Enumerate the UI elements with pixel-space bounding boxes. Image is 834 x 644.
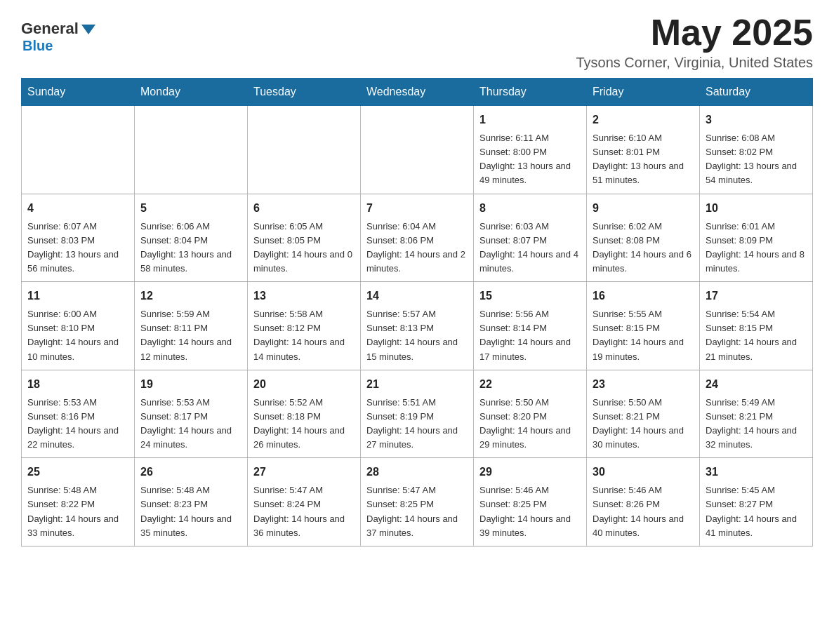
calendar-day-cell xyxy=(361,106,474,194)
calendar-day-cell: 13Sunrise: 5:58 AM Sunset: 8:12 PM Dayli… xyxy=(248,282,361,370)
day-number: 25 xyxy=(27,464,128,481)
calendar-day-cell: 14Sunrise: 5:57 AM Sunset: 8:13 PM Dayli… xyxy=(361,282,474,370)
day-info: Sunrise: 5:54 AM Sunset: 8:15 PM Dayligh… xyxy=(706,307,807,364)
day-number: 14 xyxy=(366,288,468,304)
calendar-day-cell: 25Sunrise: 5:48 AM Sunset: 8:22 PM Dayli… xyxy=(22,458,135,546)
day-info: Sunrise: 6:07 AM Sunset: 8:03 PM Dayligh… xyxy=(27,220,128,276)
day-info: Sunrise: 6:05 AM Sunset: 8:05 PM Dayligh… xyxy=(253,220,355,276)
day-number: 3 xyxy=(706,112,807,128)
calendar-day-cell xyxy=(22,106,135,194)
day-number: 19 xyxy=(140,376,241,393)
logo: General Blue xyxy=(21,14,95,54)
calendar-day-cell: 17Sunrise: 5:54 AM Sunset: 8:15 PM Dayli… xyxy=(700,282,813,370)
day-number: 8 xyxy=(479,200,581,217)
calendar-week-row: 4Sunrise: 6:07 AM Sunset: 8:03 PM Daylig… xyxy=(22,194,813,282)
calendar-week-row: 11Sunrise: 6:00 AM Sunset: 8:10 PM Dayli… xyxy=(22,282,813,370)
calendar-day-cell xyxy=(248,106,361,194)
day-info: Sunrise: 6:03 AM Sunset: 8:07 PM Dayligh… xyxy=(479,220,581,276)
calendar-day-cell: 19Sunrise: 5:53 AM Sunset: 8:17 PM Dayli… xyxy=(135,370,248,458)
day-number: 24 xyxy=(706,376,807,393)
calendar-day-cell: 9Sunrise: 6:02 AM Sunset: 8:08 PM Daylig… xyxy=(587,194,700,282)
calendar-week-row: 18Sunrise: 5:53 AM Sunset: 8:16 PM Dayli… xyxy=(22,370,813,458)
day-info: Sunrise: 5:50 AM Sunset: 8:20 PM Dayligh… xyxy=(479,396,581,452)
day-info: Sunrise: 5:49 AM Sunset: 8:21 PM Dayligh… xyxy=(706,396,807,452)
calendar-day-cell: 20Sunrise: 5:52 AM Sunset: 8:18 PM Dayli… xyxy=(248,370,361,458)
day-number: 21 xyxy=(366,376,468,393)
day-number: 28 xyxy=(366,464,468,481)
day-info: Sunrise: 5:55 AM Sunset: 8:15 PM Dayligh… xyxy=(593,307,694,364)
day-of-week-header: Sunday xyxy=(22,79,135,106)
calendar-day-cell: 2Sunrise: 6:10 AM Sunset: 8:01 PM Daylig… xyxy=(587,106,700,194)
day-info: Sunrise: 5:53 AM Sunset: 8:16 PM Dayligh… xyxy=(27,396,128,452)
calendar-day-cell: 31Sunrise: 5:45 AM Sunset: 8:27 PM Dayli… xyxy=(700,458,813,546)
day-of-week-header: Thursday xyxy=(474,79,587,106)
day-info: Sunrise: 5:51 AM Sunset: 8:19 PM Dayligh… xyxy=(366,396,468,452)
day-number: 6 xyxy=(253,200,355,217)
day-number: 15 xyxy=(479,288,581,304)
calendar-day-cell: 24Sunrise: 5:49 AM Sunset: 8:21 PM Dayli… xyxy=(700,370,813,458)
calendar-table: SundayMondayTuesdayWednesdayThursdayFrid… xyxy=(21,78,813,546)
day-info: Sunrise: 5:46 AM Sunset: 8:26 PM Dayligh… xyxy=(593,483,694,540)
day-info: Sunrise: 5:48 AM Sunset: 8:22 PM Dayligh… xyxy=(27,483,128,540)
day-info: Sunrise: 5:53 AM Sunset: 8:17 PM Dayligh… xyxy=(140,396,241,452)
calendar-day-cell: 29Sunrise: 5:46 AM Sunset: 8:25 PM Dayli… xyxy=(474,458,587,546)
title-section: May 2025 Tysons Corner, Virginia, United… xyxy=(576,14,813,71)
calendar-day-cell: 5Sunrise: 6:06 AM Sunset: 8:04 PM Daylig… xyxy=(135,194,248,282)
day-info: Sunrise: 6:10 AM Sunset: 8:01 PM Dayligh… xyxy=(593,131,694,188)
calendar-header-row: SundayMondayTuesdayWednesdayThursdayFrid… xyxy=(22,79,813,106)
day-number: 23 xyxy=(593,376,694,393)
day-number: 2 xyxy=(593,112,694,128)
calendar-day-cell: 22Sunrise: 5:50 AM Sunset: 8:20 PM Dayli… xyxy=(474,370,587,458)
day-number: 22 xyxy=(479,376,581,393)
day-of-week-header: Friday xyxy=(587,79,700,106)
calendar-day-cell: 3Sunrise: 6:08 AM Sunset: 8:02 PM Daylig… xyxy=(700,106,813,194)
calendar-day-cell: 6Sunrise: 6:05 AM Sunset: 8:05 PM Daylig… xyxy=(248,194,361,282)
day-number: 31 xyxy=(706,464,807,481)
day-info: Sunrise: 5:48 AM Sunset: 8:23 PM Dayligh… xyxy=(140,483,241,540)
day-number: 7 xyxy=(366,200,468,217)
day-info: Sunrise: 6:08 AM Sunset: 8:02 PM Dayligh… xyxy=(706,131,807,188)
day-number: 10 xyxy=(706,200,807,217)
calendar-day-cell: 10Sunrise: 6:01 AM Sunset: 8:09 PM Dayli… xyxy=(700,194,813,282)
day-number: 13 xyxy=(253,288,355,304)
day-info: Sunrise: 6:00 AM Sunset: 8:10 PM Dayligh… xyxy=(27,307,128,364)
day-number: 4 xyxy=(27,200,128,217)
day-number: 26 xyxy=(140,464,241,481)
day-info: Sunrise: 6:04 AM Sunset: 8:06 PM Dayligh… xyxy=(366,220,468,276)
calendar-day-cell: 15Sunrise: 5:56 AM Sunset: 8:14 PM Dayli… xyxy=(474,282,587,370)
calendar-day-cell xyxy=(135,106,248,194)
day-info: Sunrise: 5:52 AM Sunset: 8:18 PM Dayligh… xyxy=(253,396,355,452)
day-info: Sunrise: 6:06 AM Sunset: 8:04 PM Dayligh… xyxy=(140,220,241,276)
day-info: Sunrise: 5:57 AM Sunset: 8:13 PM Dayligh… xyxy=(366,307,468,364)
logo-general-text: General xyxy=(21,20,79,38)
calendar-week-row: 1Sunrise: 6:11 AM Sunset: 8:00 PM Daylig… xyxy=(22,106,813,194)
day-number: 20 xyxy=(253,376,355,393)
calendar-day-cell: 16Sunrise: 5:55 AM Sunset: 8:15 PM Dayli… xyxy=(587,282,700,370)
day-number: 17 xyxy=(706,288,807,304)
calendar-day-cell: 1Sunrise: 6:11 AM Sunset: 8:00 PM Daylig… xyxy=(474,106,587,194)
day-info: Sunrise: 5:46 AM Sunset: 8:25 PM Dayligh… xyxy=(479,483,581,540)
day-of-week-header: Monday xyxy=(135,79,248,106)
day-info: Sunrise: 5:50 AM Sunset: 8:21 PM Dayligh… xyxy=(593,396,694,452)
day-of-week-header: Wednesday xyxy=(361,79,474,106)
logo-blue-text: Blue xyxy=(22,38,53,53)
day-of-week-header: Saturday xyxy=(700,79,813,106)
calendar-day-cell: 28Sunrise: 5:47 AM Sunset: 8:25 PM Dayli… xyxy=(361,458,474,546)
day-number: 12 xyxy=(140,288,241,304)
calendar-day-cell: 26Sunrise: 5:48 AM Sunset: 8:23 PM Dayli… xyxy=(135,458,248,546)
calendar-day-cell: 4Sunrise: 6:07 AM Sunset: 8:03 PM Daylig… xyxy=(22,194,135,282)
day-number: 11 xyxy=(27,288,128,304)
day-info: Sunrise: 5:47 AM Sunset: 8:24 PM Dayligh… xyxy=(253,483,355,540)
calendar-day-cell: 21Sunrise: 5:51 AM Sunset: 8:19 PM Dayli… xyxy=(361,370,474,458)
calendar-day-cell: 18Sunrise: 5:53 AM Sunset: 8:16 PM Dayli… xyxy=(22,370,135,458)
day-info: Sunrise: 5:59 AM Sunset: 8:11 PM Dayligh… xyxy=(140,307,241,364)
day-number: 5 xyxy=(140,200,241,217)
day-info: Sunrise: 5:56 AM Sunset: 8:14 PM Dayligh… xyxy=(479,307,581,364)
calendar-day-cell: 7Sunrise: 6:04 AM Sunset: 8:06 PM Daylig… xyxy=(361,194,474,282)
day-info: Sunrise: 6:01 AM Sunset: 8:09 PM Dayligh… xyxy=(706,220,807,276)
day-info: Sunrise: 6:11 AM Sunset: 8:00 PM Dayligh… xyxy=(479,131,581,188)
day-number: 9 xyxy=(593,200,694,217)
location-title: Tysons Corner, Virginia, United States xyxy=(576,55,813,71)
day-info: Sunrise: 6:02 AM Sunset: 8:08 PM Dayligh… xyxy=(593,220,694,276)
day-number: 16 xyxy=(593,288,694,304)
